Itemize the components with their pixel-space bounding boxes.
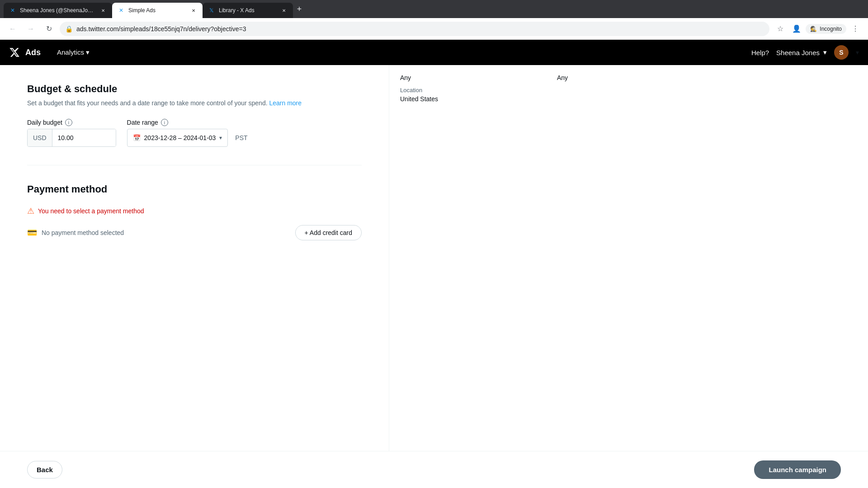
right-panel: Any Any Location United States [389,65,579,451]
launch-campaign-button[interactable]: Launch campaign [754,460,841,479]
main-content: Budget & schedule Set a budget that fits… [0,65,389,451]
date-range-info-icon[interactable]: i [161,119,168,126]
payment-content: ⚠ You need to select a payment method 💳 … [27,206,362,240]
tab-title-1: Sheena Jones (@SheenaJone45... [20,7,96,14]
learn-more-link[interactable]: Learn more [269,99,302,107]
profile-button[interactable]: 👤 [789,22,804,36]
tab-close-2[interactable]: ✕ [190,7,197,14]
payment-alert: ⚠ You need to select a payment method [27,206,362,216]
x-logo-icon [9,47,20,58]
top-nav: Ads Analytics ▾ Help? Sheena Jones ▾ S ▾ [0,40,868,65]
section-divider [27,165,362,165]
toolbar-actions: ☆ 👤 🕵️ Incognito ⋮ [773,22,863,36]
forward-nav-button[interactable]: → [24,22,38,36]
panel-any-val1: Any [400,74,411,81]
back-nav-button[interactable]: ← [5,22,20,36]
lock-icon: 🔒 [65,25,73,33]
budget-section-title: Budget & schedule [27,83,362,95]
daily-budget-label: Daily budget [27,119,62,126]
credit-card-icon: 💳 [27,228,37,238]
alert-triangle-icon: ⚠ [27,206,34,216]
help-link[interactable]: Help? [751,49,769,56]
currency-prefix: USD [28,129,52,146]
panel-any-row: Any Any [400,74,568,81]
incognito-icon: 🕵️ [810,26,817,32]
menu-button[interactable]: ⋮ [848,22,863,36]
date-range-picker[interactable]: 📅 2023-12-28 – 2024-01-03 ▾ [127,129,228,147]
payment-section: Payment method ⚠ You need to select a pa… [27,183,362,240]
panel-location-value: United States [400,95,568,103]
page-footer: Back Launch campaign [0,451,868,488]
expand-icon[interactable]: ▾ [856,49,859,56]
analytics-label: Analytics [57,48,84,56]
browser-tab-bar: ✕ Sheena Jones (@SheenaJone45... ✕ ✕ Sim… [0,0,868,18]
budget-section: Budget & schedule Set a budget that fits… [27,83,362,147]
incognito-badge: 🕵️ Incognito [806,24,846,34]
nav-menu: Analytics ▾ [52,45,95,60]
tab-title-3: Library - X Ads [219,7,277,14]
avatar-initials: S [839,49,843,56]
budget-desc-text: Set a budget that fits your needs and a … [27,99,268,107]
daily-budget-group: Daily budget i USD [27,119,116,147]
tab-close-3[interactable]: ✕ [280,7,288,14]
budget-form-row: Daily budget i USD Date range [27,119,362,147]
daily-budget-label-row: Daily budget i [27,119,116,126]
no-method-text: No payment method selected [42,229,124,236]
app-content: Ads Analytics ▾ Help? Sheena Jones ▾ S ▾ [0,40,868,488]
browser-tab-3[interactable]: 𝕏 Library - X Ads ✕ [203,3,293,18]
user-name: Sheena Jones [776,49,820,56]
add-card-label: + Add credit card [305,229,352,236]
user-menu[interactable]: Sheena Jones ▾ [776,48,827,56]
tab-close-1[interactable]: ✕ [99,7,107,14]
address-bar[interactable]: 🔒 ads.twitter.com/simpleads/18ce55njq7n/… [60,22,769,36]
daily-budget-info-icon[interactable]: i [65,119,72,126]
user-avatar[interactable]: S [834,45,849,60]
browser-tab-1[interactable]: ✕ Sheena Jones (@SheenaJone45... ✕ [4,3,112,18]
page-layout: Budget & schedule Set a budget that fits… [0,65,868,451]
alert-text: You need to select a payment method [38,207,144,215]
date-range-group: Date range i 📅 2023-12-28 – 2024-01-03 ▾… [127,119,248,147]
analytics-nav-item[interactable]: Analytics ▾ [52,45,95,60]
budget-section-desc: Set a budget that fits your needs and a … [27,99,362,108]
add-credit-card-button[interactable]: + Add credit card [295,225,362,240]
reload-button[interactable]: ↻ [42,22,56,36]
analytics-chevron-icon: ▾ [86,48,90,56]
payment-section-title: Payment method [27,183,362,195]
logo: Ads [9,47,41,58]
payment-row: 💳 No payment method selected + Add credi… [27,225,362,240]
tab-favicon-3: 𝕏 [208,7,215,14]
browser-tab-2[interactable]: ✕ Simple Ads ✕ [112,3,203,18]
date-range-label-row: Date range i [127,119,248,126]
user-chevron-icon: ▾ [823,48,827,56]
date-range-chevron-icon: ▾ [219,135,222,141]
browser-toolbar: ← → ↻ 🔒 ads.twitter.com/simpleads/18ce55… [0,18,868,40]
tab-favicon-2: ✕ [118,7,125,14]
url-text: ads.twitter.com/simpleads/18ce55njq7n/de… [76,25,764,33]
tab-title-2: Simple Ads [128,7,186,14]
back-button[interactable]: Back [27,461,62,479]
tab-favicon-1: ✕ [9,7,16,14]
nav-right: Help? Sheena Jones ▾ S ▾ [751,45,859,60]
panel-location-group: Location United States [400,87,568,103]
timezone-label: PST [235,134,247,141]
daily-budget-input-group: USD [27,129,116,147]
panel-location-label: Location [400,87,568,94]
date-range-label: Date range [127,119,158,126]
date-range-text: 2023-12-28 – 2024-01-03 [144,134,216,141]
new-tab-button[interactable]: + [293,3,306,15]
brand-label: Ads [25,48,41,57]
bookmark-button[interactable]: ☆ [773,22,788,36]
incognito-label: Incognito [820,26,842,32]
no-payment-method: 💳 No payment method selected [27,228,124,238]
calendar-icon: 📅 [133,134,141,141]
panel-any-val2: Any [557,74,568,81]
budget-amount-input[interactable] [52,129,116,146]
